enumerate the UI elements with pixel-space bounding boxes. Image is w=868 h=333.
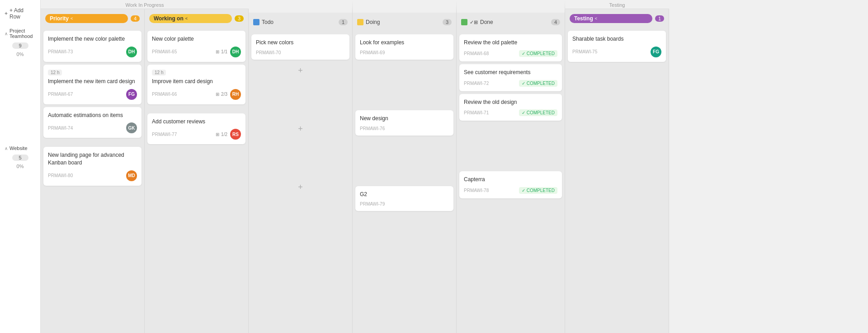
card-look-for-examples[interactable]: Look for examples PRMAWI-69 (355, 34, 453, 60)
card-title-8: Pick new colors (256, 39, 345, 47)
add-card-todo-1[interactable]: + (251, 62, 349, 79)
priority-title-pill: Priority < (45, 14, 128, 23)
done-icon (461, 19, 467, 25)
card-title-11: G2 (360, 191, 449, 198)
doing-label: Doing (366, 19, 380, 25)
card-implement-item-card[interactable]: 12 h Implement the new item card design … (43, 65, 142, 104)
card-title-7: Add customer reviews (152, 118, 241, 126)
completed-badge-12: ✓ COMPLETED (519, 50, 557, 57)
doing-icon (357, 19, 363, 25)
completed-label-12: COMPLETED (527, 51, 555, 56)
priority-column-body: Implement the new color palette PRMAWI-7… (41, 28, 144, 333)
testing-column-body: Sharable task boards PRMAWI-75 FG (565, 28, 669, 333)
testing-label: Testing (574, 15, 593, 22)
sidebar-section-project-header[interactable]: ∧ Project Teamhood (0, 26, 40, 41)
todo-title: Todo (253, 19, 336, 25)
card-review-old-design[interactable]: Review the old design PRMAWI-71 ✓ COMPLE… (459, 94, 562, 121)
sidebar-website-progress: 0% (0, 163, 40, 170)
card-implement-color-palette[interactable]: Implement the new color palette PRMAWI-7… (43, 31, 142, 62)
add-row-button[interactable]: + + Add Row (0, 5, 40, 23)
card-title-6: Improve item card design (152, 78, 241, 85)
avatar-fg-2: FG (651, 47, 661, 57)
avatar-dh-2: DH (230, 47, 241, 57)
sidebar-section-website-header[interactable]: ∧ Website (0, 144, 40, 153)
card-id-8: PRMAWI-70 (256, 50, 281, 55)
avatar-md: MD (126, 170, 137, 181)
card-title-5: New color palette (152, 35, 241, 43)
subtask-6: ⊞ 2/3 (216, 92, 227, 97)
card-g2[interactable]: G2 PRMAWI-79 (355, 186, 453, 211)
card-landing-page[interactable]: New landing page for advanced Kanban boa… (43, 147, 142, 186)
card-automatic-estimations[interactable]: Automatic estimations on items PRMAWI-74… (43, 107, 142, 138)
board-container: + + Add Row ∧ Project Teamhood 9 0% ∧ We… (0, 0, 868, 333)
subtask-7: ⊞ 1/2 (216, 132, 227, 137)
testing-columns-wrapper: Testing < 1 Sharable task boards PRMAWI-… (565, 9, 669, 333)
card-footer-15: PRMAWI-78 ✓ COMPLETED (464, 187, 557, 194)
todo-label: Todo (262, 19, 274, 25)
card-title-10: New design (360, 115, 449, 122)
column-todo: Todo 1 Pick new colors PRMAWI-70 + + + (249, 0, 353, 333)
card-title-3: Automatic estimations on items (48, 112, 137, 119)
chevron-down-icon-2: ∧ (5, 146, 8, 151)
card-time: 12 h (48, 70, 62, 75)
todo-spacer-2 (251, 140, 349, 176)
card-capterra[interactable]: Capterra PRMAWI-78 ✓ COMPLETED (459, 171, 562, 198)
column-working-on-header: Working on < 3 (145, 9, 248, 28)
card-footer-6: PRMAWI-66 ⊞ 2/3 RH (152, 89, 241, 100)
card-new-design[interactable]: New design PRMAWI-76 (355, 110, 453, 136)
check-icon-15: ✓ (522, 188, 525, 193)
card-title-15: Capterra (464, 176, 557, 183)
card-sharable-task-boards[interactable]: Sharable task boards PRMAWI-75 FG (568, 31, 666, 62)
doing-empty-1 (355, 62, 453, 108)
card-id-15: PRMAWI-78 (464, 188, 489, 193)
completed-badge-13: ✓ COMPLETED (519, 80, 557, 87)
subtask-5: ⊞ 1/1 (216, 49, 227, 54)
sidebar-section-project-name: Project Teamhood (9, 28, 36, 39)
doing-column-body: Look for examples PRMAWI-69 New design P… (353, 32, 456, 333)
add-card-todo-2[interactable]: + (251, 121, 349, 137)
subtask-icon-7: ⊞ (216, 132, 219, 137)
card-title-16: Sharable task boards (572, 35, 661, 43)
column-priority-header: Priority < 4 (41, 9, 144, 28)
card-id-13: PRMAWI-72 (464, 81, 489, 86)
card-time-6: 12 h (152, 70, 166, 75)
card-title-14: Review the old design (464, 98, 557, 106)
card-review-old-palette[interactable]: Review the old palette PRMAWI-68 ✓ COMPL… (459, 34, 562, 61)
sidebar-section-website: ∧ Website 5 0% (0, 144, 40, 170)
card-add-customer-reviews[interactable]: Add customer reviews PRMAWI-77 ⊞ 1/2 RS (147, 113, 245, 145)
done-title: ✓⊞ Done (461, 19, 548, 25)
card-id-9: PRMAWI-69 (360, 50, 385, 55)
working-on-title-pill: Working on < (149, 14, 232, 23)
card-id-14: PRMAWI-71 (464, 110, 489, 115)
card-footer-2: PRMAWI-67 FG (48, 89, 137, 100)
card-pick-new-colors[interactable]: Pick new colors PRMAWI-70 (251, 34, 349, 60)
avatar-dh: DH (126, 47, 137, 57)
card-title-13: See customer requirements (464, 69, 557, 76)
card-footer-10: PRMAWI-76 (360, 126, 449, 131)
working-on-chevron: < (185, 16, 188, 21)
card-id-12: PRMAWI-68 (464, 51, 489, 56)
todo-icon (253, 19, 259, 25)
card-new-color-palette[interactable]: New color palette PRMAWI-65 ⊞ 1/1 DH (147, 31, 245, 62)
testing-title-pill: Testing < (570, 14, 652, 23)
working-on-count: 3 (235, 15, 244, 22)
section-spacer (43, 141, 142, 144)
card-see-customer-req[interactable]: See customer requirements PRMAWI-72 ✓ CO… (459, 64, 562, 91)
completed-badge-14: ✓ COMPLETED (519, 109, 557, 116)
column-priority: Priority < 4 Implement the new color pal… (41, 9, 145, 333)
card-id: PRMAWI-73 (48, 49, 73, 54)
card-footer-right-7: ⊞ 1/2 RS (216, 129, 241, 140)
check-icon-14: ✓ (522, 110, 525, 115)
column-done-header: ✓⊞ Done 4 (457, 13, 565, 32)
card-footer-16: PRMAWI-75 FG (572, 47, 661, 57)
card-improve-item-card[interactable]: 12 h Improve item card design PRMAWI-66 … (147, 65, 245, 104)
doing-count: 3 (443, 19, 452, 25)
avatar-rs: RS (230, 129, 241, 140)
card-footer-right-5: ⊞ 1/1 DH (216, 47, 241, 57)
card-footer-right-6: ⊞ 2/3 RH (216, 89, 241, 100)
card-id-10: PRMAWI-76 (360, 126, 385, 131)
card-footer-3: PRMAWI-74 GK (48, 122, 137, 133)
add-card-todo-3[interactable]: + (251, 179, 349, 196)
testing-chevron: < (595, 16, 597, 21)
card-footer-12: PRMAWI-68 ✓ COMPLETED (464, 50, 557, 57)
